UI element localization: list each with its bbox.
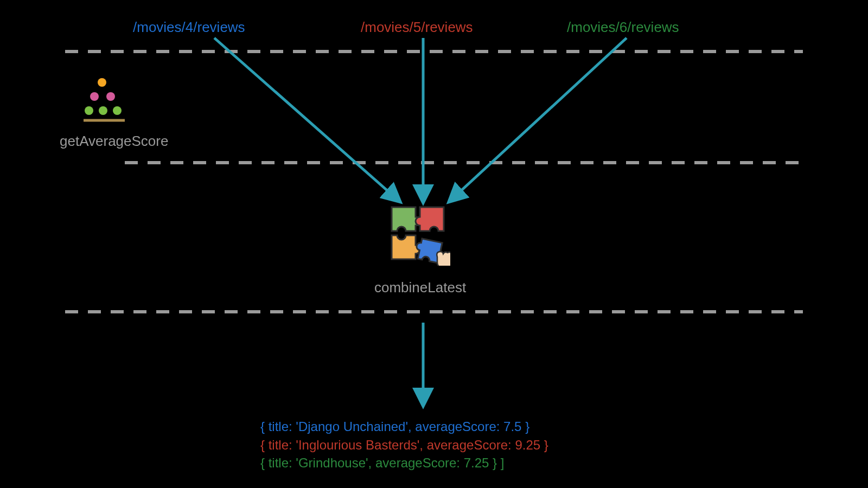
output-line-1: { title: 'Django Unchained', averageScor… xyxy=(260,418,548,436)
abacus-icon xyxy=(81,76,136,125)
endpoint-a: /movies/4/reviews xyxy=(133,19,245,36)
svg-point-5 xyxy=(113,106,122,115)
svg-point-3 xyxy=(85,106,93,115)
arrow-a xyxy=(214,38,399,201)
svg-point-0 xyxy=(98,78,106,87)
diagram-stage: { "endpoints": { "a": "/movies/4/reviews… xyxy=(0,0,868,488)
arrow-c xyxy=(450,38,627,201)
svg-point-2 xyxy=(106,92,115,101)
output-block: { title: 'Django Unchained', averageScor… xyxy=(260,418,548,472)
endpoint-b: /movies/5/reviews xyxy=(361,19,473,36)
output-line-3: { title: 'Grindhouse', averageScore: 7.2… xyxy=(260,454,548,472)
svg-point-1 xyxy=(90,92,99,101)
combine-latest-label: combineLatest xyxy=(374,279,466,296)
puzzle-icon xyxy=(391,206,450,266)
output-line-2: { title: 'Inglourious Basterds', average… xyxy=(260,436,548,454)
svg-point-4 xyxy=(99,106,107,115)
endpoint-c: /movies/6/reviews xyxy=(567,19,679,36)
get-average-score-label: getAverageScore xyxy=(60,133,168,150)
